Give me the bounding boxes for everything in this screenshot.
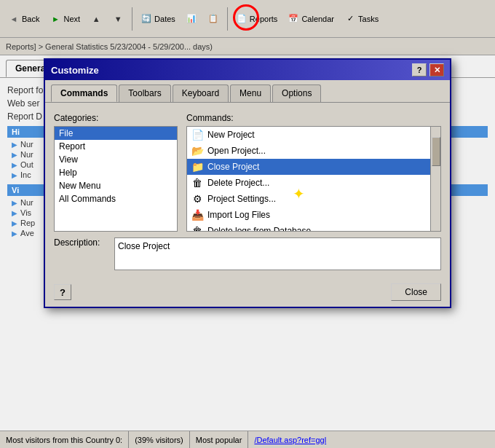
cmd-delete-project-label: Delete Project... — [207, 178, 269, 188]
up-icon: ▲ — [90, 13, 102, 25]
dialog-close-titlebar-btn[interactable]: ✕ — [429, 63, 444, 76]
categories-list[interactable]: File Report View Help New Menu All Comma… — [54, 126, 178, 232]
description-label: Description: — [54, 237, 108, 248]
back-button[interactable]: ◄ Back — [4, 11, 43, 27]
dialog-title: Customize — [51, 65, 99, 76]
status-link[interactable]: /Default.asp?ref=ggl — [248, 434, 332, 446]
address-text: Reports] > General Statistics 5/23/2004 … — [6, 42, 213, 51]
dialog-tabs: Commands Toolbars Keyboard Menu Options — [45, 80, 450, 103]
status-percent: (39% visitors) — [129, 431, 190, 448]
commands-col-label: Commands: — [186, 113, 441, 123]
category-report[interactable]: Report — [55, 140, 177, 153]
cmd-delete-project[interactable]: 🗑 Delete Project... — [187, 175, 440, 191]
tasks-label: Tasks — [358, 15, 379, 23]
tab-keyboard[interactable]: Keyboard — [173, 85, 229, 102]
bullet-1: ▶ — [12, 141, 17, 149]
tab-toolbars[interactable]: Toolbars — [119, 85, 170, 102]
next-label: Next — [63, 15, 80, 23]
import-log-icon: 📥 — [191, 209, 203, 221]
categories-column: Categories: File Report View Help New Me… — [54, 113, 178, 232]
dates-icon: 🔄 — [140, 13, 152, 25]
next-button[interactable]: ► Next — [46, 11, 84, 27]
cmd-import-log[interactable]: 📥 Import Log Files — [187, 207, 440, 223]
separator2 — [227, 7, 228, 31]
cmd-import-log-label: Import Log Files — [207, 210, 270, 220]
bullet-3: ▶ — [12, 161, 17, 169]
reports-button[interactable]: 📄 Reports — [232, 11, 282, 27]
tab-commands[interactable]: Commands — [51, 85, 117, 102]
cmd-close-project-label: Close Project — [207, 162, 259, 172]
cmd-open-project[interactable]: 📂 Open Project... — [187, 143, 440, 159]
commands-list[interactable]: 📄 New Project 📂 Open Project... 📁 Close … — [186, 126, 441, 232]
back-icon: ◄ — [8, 13, 20, 25]
category-all-commands[interactable]: All Commands — [55, 192, 177, 205]
cmd-open-project-label: Open Project... — [207, 146, 266, 156]
dialog-help-btn[interactable]: ? — [54, 284, 71, 300]
icon-btn-2[interactable]: 📋 — [204, 11, 223, 27]
dates-label: Dates — [154, 15, 175, 23]
status-text: Most visitors from this Country 0: — [0, 431, 129, 448]
commands-column: Commands: 📄 New Project 📂 Open Project..… — [186, 113, 441, 232]
next-icon: ► — [50, 13, 61, 25]
status-bar: Most visitors from this Country 0: (39% … — [0, 431, 495, 448]
category-file[interactable]: File — [55, 127, 177, 140]
dates-button[interactable]: 🔄 Dates — [137, 11, 179, 27]
reports-icon: 📄 — [236, 13, 248, 25]
customize-dialog: Customize ? ✕ Commands Toolbars Keyboard… — [44, 58, 451, 308]
dialog-titlebar: Customize ? ✕ — [45, 60, 450, 80]
app-window: ◄ Back ► Next ▲ ▼ 🔄 Dates 📊 📋 — [0, 0, 495, 448]
commands-scrollbar[interactable] — [430, 127, 440, 231]
dialog-body: Categories: File Report View Help New Me… — [45, 103, 450, 278]
cmd-project-settings-label: Project Settings... — [207, 194, 276, 204]
category-new-menu[interactable]: New Menu — [55, 179, 177, 192]
cmd-delete-logs[interactable]: 🗑 Delete logs from Database... — [187, 223, 440, 232]
most-popular-label: Most popular — [196, 436, 242, 444]
status-label: Most visitors from this Country 0: — [6, 436, 122, 444]
cmd-project-settings[interactable]: ⚙ Project Settings... — [187, 191, 440, 207]
close-project-icon: 📁 — [191, 161, 203, 173]
open-project-icon: 📂 — [191, 145, 203, 157]
calendar-button[interactable]: 📅 Calendar — [284, 11, 338, 27]
cmd-new-project-label: New Project — [207, 130, 255, 140]
description-box: Close Project — [114, 237, 441, 270]
back-label: Back — [22, 15, 39, 23]
tab-menu[interactable]: Menu — [230, 85, 271, 102]
category-view[interactable]: View — [55, 153, 177, 166]
bullet-2: ▶ — [12, 151, 17, 159]
tasks-icon: ✓ — [344, 13, 356, 25]
calendar-icon: 📅 — [288, 13, 299, 25]
cmd-close-project[interactable]: 📁 Close Project — [187, 159, 440, 175]
categories-label: Categories: — [54, 113, 178, 123]
down-button[interactable]: ▼ — [108, 11, 127, 27]
dialog-title-buttons: ? ✕ — [412, 63, 444, 76]
tab-options[interactable]: Options — [272, 85, 321, 102]
bullet-6: ▶ — [12, 209, 17, 217]
status-percent-label: (39% visitors) — [135, 436, 183, 444]
cmd-delete-logs-label: Delete logs from Database... — [207, 226, 318, 232]
tasks-button[interactable]: ✓ Tasks — [341, 11, 382, 27]
cmd-new-project[interactable]: 📄 New Project — [187, 127, 440, 143]
dialog-footer: ? Close — [45, 278, 450, 307]
icon-2: 📋 — [207, 13, 219, 25]
most-popular-segment: Most popular — [190, 431, 249, 448]
close-dialog-button[interactable]: Close — [391, 283, 441, 301]
scrollbar-thumb — [432, 137, 440, 166]
icon-btn-1[interactable]: 📊 — [182, 11, 201, 27]
delete-project-icon: 🗑 — [191, 177, 203, 189]
description-area: Description: Close Project — [54, 237, 441, 270]
separator — [132, 7, 132, 31]
project-settings-icon: ⚙ — [191, 193, 203, 205]
down-icon: ▼ — [112, 13, 124, 25]
delete-logs-icon: 🗑 — [191, 225, 203, 232]
reports-label: Reports — [250, 15, 278, 23]
category-help[interactable]: Help — [55, 166, 177, 179]
bullet-8: ▶ — [12, 229, 17, 237]
dialog-help-titlebar-btn[interactable]: ? — [412, 63, 427, 76]
bullet-4: ▶ — [12, 171, 17, 179]
bullet-5: ▶ — [12, 199, 17, 207]
address-bar: Reports] > General Statistics 5/23/2004 … — [0, 38, 495, 55]
up-button[interactable]: ▲ — [87, 11, 106, 27]
new-project-icon: 📄 — [191, 129, 203, 141]
status-link-text: /Default.asp?ref=ggl — [254, 436, 326, 444]
calendar-label: Calendar — [301, 15, 334, 23]
